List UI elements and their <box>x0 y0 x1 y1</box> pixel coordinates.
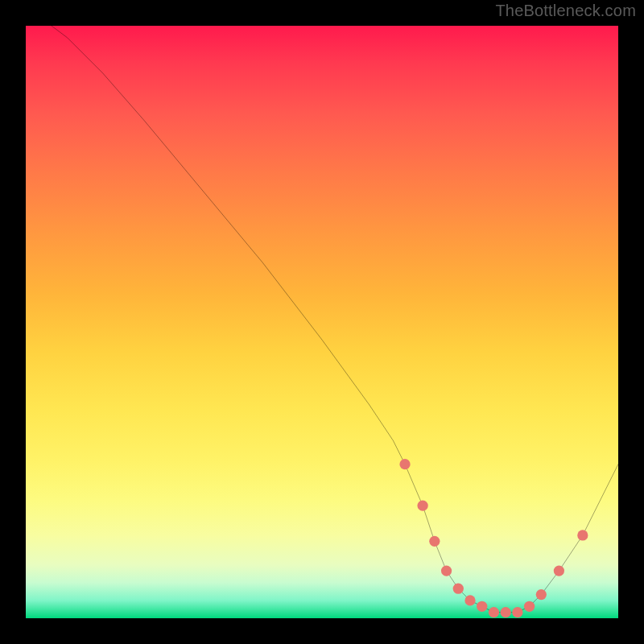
marker-dot <box>554 565 564 576</box>
marker-dot <box>399 459 410 469</box>
marker-dot <box>441 565 452 576</box>
marker-dot <box>464 595 475 605</box>
marker-dot <box>501 607 511 617</box>
chart-frame: TheBottleneck.com <box>0 0 644 644</box>
marker-dot <box>489 607 499 617</box>
watermark-text: TheBottleneck.com <box>495 2 636 20</box>
marker-dot <box>577 530 588 540</box>
marker-dot <box>477 601 487 612</box>
marker-layer <box>26 26 618 618</box>
optimal-band-markers <box>399 459 588 617</box>
plot-area <box>26 26 618 618</box>
marker-dot <box>453 584 464 594</box>
marker-dot <box>512 607 522 617</box>
marker-dot <box>536 589 547 600</box>
marker-dot <box>524 601 535 612</box>
marker-dot <box>429 536 440 547</box>
marker-dot <box>417 501 427 511</box>
